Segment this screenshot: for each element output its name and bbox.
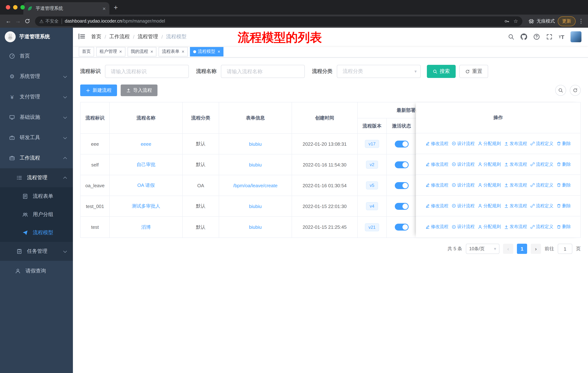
action-process-definition[interactable]: 流程定义	[530, 224, 553, 230]
sidebar-item-home[interactable]: 首页	[0, 46, 73, 66]
action-delete[interactable]: 删除	[557, 161, 571, 167]
font-size-icon[interactable]: TT	[559, 34, 564, 40]
action-process-definition[interactable]: 流程定义	[530, 203, 553, 209]
form-info-link[interactable]: biubiu	[249, 224, 262, 230]
github-icon[interactable]	[520, 33, 527, 40]
reset-button[interactable]: 重置	[459, 65, 488, 78]
browser-menu-icon[interactable]: ⋮	[578, 18, 584, 24]
form-info-link[interactable]: biubiu	[249, 141, 262, 147]
process-name-link[interactable]: 滔博	[141, 224, 151, 230]
sidebar-item-process-form[interactable]: 流程表单	[0, 187, 73, 205]
tag-my-process[interactable]: 我的流程 ×	[127, 47, 156, 56]
tag-process-model[interactable]: 流程模型 ×	[190, 47, 224, 56]
breadcrumb-item[interactable]: 工作流程	[109, 33, 130, 40]
active-toggle[interactable]	[395, 182, 409, 189]
back-icon[interactable]: ←	[4, 18, 13, 24]
tab-close-icon[interactable]: ×	[102, 6, 106, 11]
form-info-link[interactable]: biubiu	[249, 203, 262, 209]
process-name-input[interactable]	[221, 65, 305, 78]
action-assign-rule[interactable]: 分配规则	[478, 224, 501, 230]
tag-close-icon[interactable]: ×	[119, 49, 122, 54]
action-assign-rule[interactable]: 分配规则	[478, 182, 501, 188]
process-name-link[interactable]: eeee	[141, 141, 151, 147]
toggle-search-button[interactable]	[555, 85, 566, 96]
active-toggle[interactable]	[395, 141, 409, 147]
action-design-process[interactable]: 设计流程	[452, 224, 475, 230]
password-key-icon[interactable]	[504, 18, 510, 24]
help-icon[interactable]	[533, 33, 540, 40]
close-window-button[interactable]	[6, 5, 10, 10]
sidebar-item-system[interactable]: ⚙ 系统管理	[0, 66, 73, 87]
tag-home[interactable]: 首页	[79, 47, 94, 56]
action-process-definition[interactable]: 流程定义	[530, 161, 553, 167]
action-modify-process[interactable]: 修改流程	[425, 161, 448, 167]
page-number-1[interactable]: 1	[517, 244, 527, 254]
action-publish-process[interactable]: 发布流程	[504, 161, 527, 167]
update-browser-button[interactable]: 更新	[558, 16, 576, 26]
action-publish-process[interactable]: 发布流程	[504, 203, 527, 209]
action-design-process[interactable]: 设计流程	[452, 203, 475, 209]
search-icon[interactable]	[508, 33, 514, 40]
process-category-select[interactable]: 流程分类 ▾	[337, 65, 421, 78]
tag-process-form[interactable]: 流程表单 ×	[158, 47, 188, 56]
prev-page-button[interactable]: ‹	[503, 244, 513, 254]
action-delete[interactable]: 删除	[557, 182, 571, 188]
sidebar-item-infrastructure[interactable]: 基础设施	[0, 107, 73, 128]
sidebar-item-process-management[interactable]: 流程管理	[0, 168, 73, 187]
sidebar-item-task-management[interactable]: 任务管理	[0, 242, 73, 261]
refresh-table-button[interactable]	[570, 85, 581, 96]
tag-close-icon[interactable]: ×	[181, 49, 184, 54]
active-toggle[interactable]	[395, 161, 409, 168]
action-modify-process[interactable]: 修改流程	[425, 141, 448, 147]
tag-close-icon[interactable]: ×	[218, 49, 220, 54]
goto-page-input[interactable]	[558, 244, 572, 254]
action-publish-process[interactable]: 发布流程	[504, 224, 527, 230]
sidebar-item-payment[interactable]: ¥ 支付管理	[0, 87, 73, 107]
process-key-input[interactable]	[105, 65, 189, 78]
action-delete[interactable]: 删除	[557, 141, 571, 147]
action-delete[interactable]: 删除	[557, 224, 571, 230]
active-toggle[interactable]	[395, 203, 409, 210]
minimize-window-button[interactable]	[13, 5, 18, 10]
forward-icon[interactable]: →	[13, 18, 23, 24]
address-bar[interactable]: ⚠ 不安全 dashboard.yudao.iocoder.cn/bpm/man…	[35, 16, 522, 26]
action-design-process[interactable]: 设计流程	[452, 161, 475, 167]
action-modify-process[interactable]: 修改流程	[425, 224, 448, 230]
zoom-window-button[interactable]	[21, 5, 25, 10]
page-size-select[interactable]: 10条/页 ▾	[466, 244, 499, 254]
action-design-process[interactable]: 设计流程	[452, 141, 475, 147]
sidebar-item-dev-tools[interactable]: 研发工具	[0, 128, 73, 148]
tag-tenant-management[interactable]: 租户管理 ×	[96, 47, 125, 56]
sidebar-item-leave-query[interactable]: 请假查询	[0, 261, 73, 281]
action-modify-process[interactable]: 修改流程	[425, 182, 448, 188]
process-name-link[interactable]: OA 请假	[137, 182, 155, 189]
reload-icon[interactable]	[23, 18, 32, 24]
form-info-link[interactable]: biubiu	[249, 162, 262, 167]
action-process-definition[interactable]: 流程定义	[530, 182, 553, 188]
action-assign-rule[interactable]: 分配规则	[478, 161, 501, 167]
breadcrumb-item[interactable]: 流程管理	[138, 33, 158, 40]
create-process-button[interactable]: 新建流程	[80, 84, 117, 96]
action-process-definition[interactable]: 流程定义	[530, 141, 553, 147]
action-delete[interactable]: 删除	[557, 203, 571, 209]
hamburger-icon[interactable]	[78, 33, 86, 41]
sidebar-logo[interactable]: 芋道管理系统	[0, 28, 73, 46]
security-indicator[interactable]: ⚠ 不安全	[39, 18, 59, 24]
process-name-link[interactable]: 自己审批	[136, 161, 156, 168]
action-assign-rule[interactable]: 分配规则	[478, 141, 501, 147]
browser-tab[interactable]: 芋道管理系统 ×	[23, 2, 109, 15]
new-tab-button[interactable]: +	[114, 4, 118, 12]
sidebar-item-user-group[interactable]: 用户分组	[0, 205, 73, 224]
form-info-link[interactable]: /bpm/oa/leave/create	[233, 183, 278, 188]
sidebar-item-process-model[interactable]: 流程模型	[0, 224, 73, 242]
search-button[interactable]: 搜索	[427, 65, 456, 78]
active-toggle[interactable]	[395, 224, 409, 231]
action-design-process[interactable]: 设计流程	[452, 182, 475, 188]
import-process-button[interactable]: 导入流程	[121, 84, 158, 96]
action-assign-rule[interactable]: 分配规则	[478, 203, 501, 209]
breadcrumb-item[interactable]: 首页	[91, 33, 101, 40]
next-page-button[interactable]: ›	[531, 244, 541, 254]
action-publish-process[interactable]: 发布流程	[504, 141, 527, 147]
action-modify-process[interactable]: 修改流程	[425, 203, 448, 209]
process-name-link[interactable]: 测试多审批人	[132, 203, 160, 210]
